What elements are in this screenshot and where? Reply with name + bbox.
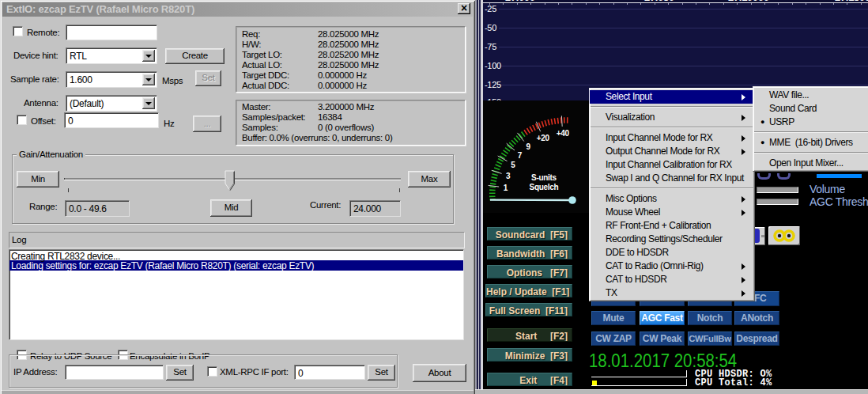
- svg-text:+20: +20: [537, 134, 550, 142]
- svg-text:Squelch: Squelch: [530, 183, 559, 191]
- svg-text:3: 3: [506, 172, 511, 180]
- svg-text:S-units: S-units: [531, 173, 557, 182]
- svg-text:+40: +40: [557, 129, 570, 138]
- svg-text:5: 5: [511, 161, 515, 169]
- svg-text:9: 9: [526, 142, 530, 151]
- svg-text:7: 7: [518, 151, 523, 160]
- svg-text:1: 1: [504, 184, 508, 192]
